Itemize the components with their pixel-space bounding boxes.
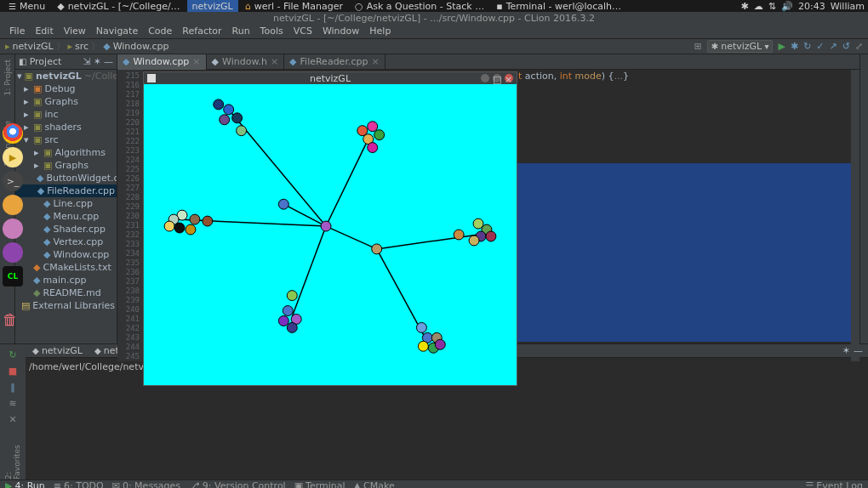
tree-node[interactable]: ◆Line.cpp [15, 197, 117, 210]
tree-node[interactable]: ◆Window.cpp [15, 248, 117, 261]
tool-terminal[interactable]: ▣Terminal [294, 480, 345, 488]
tree-node[interactable]: ◆Shader.cpp [15, 223, 117, 235]
close-icon[interactable]: × [505, 74, 513, 82]
settings-icon[interactable]: ✶ [94, 56, 101, 67]
tree-node[interactable]: ▸▣Graphs [15, 159, 117, 172]
dump-icon[interactable]: ≋ [9, 398, 16, 409]
tree-node[interactable]: ◆Vertex.cpp [15, 235, 117, 248]
task-netvizgl[interactable]: netvizGL [187, 0, 238, 12]
rerun-icon[interactable]: ↻ [9, 349, 16, 360]
editor-tabs: ◆Window.cpp× ◆Window.h× ◆FileReader.cpp× [117, 54, 859, 70]
run-tab-0[interactable]: ◆ netvizGL [29, 345, 86, 356]
tab-window-cpp[interactable]: ◆Window.cpp× [117, 54, 207, 70]
tree-node[interactable]: ◆ButtonWidget.cpp [15, 172, 117, 184]
dock-apps-icon[interactable] [3, 218, 23, 239]
tree-node[interactable]: ▸▣Graphs [15, 95, 117, 108]
strip-favorites[interactable]: 2: Favorites [4, 435, 21, 479]
search-icon[interactable]: ⤢ [855, 41, 863, 52]
menu-code[interactable]: Code [144, 26, 176, 37]
close-icon[interactable]: × [371, 56, 379, 67]
crumb-src[interactable]: src [75, 41, 89, 52]
menu-file[interactable]: File [5, 26, 29, 37]
dock-files-icon[interactable] [3, 195, 23, 215]
tree-node[interactable]: ◆README.md [15, 287, 117, 299]
tool-eventlog[interactable]: ☰Event Log [805, 480, 863, 488]
task-label: netvizGL - [~/College/… [68, 1, 180, 12]
netvizgl-canvas[interactable] [144, 84, 517, 385]
tree-node[interactable]: ▸▣Debug [15, 82, 117, 95]
netvizgl-titlebar[interactable]: netvizGL _ □ × [144, 72, 517, 84]
hide-icon[interactable]: — [854, 345, 863, 356]
tree-node[interactable]: ◆CMakeLists.txt [15, 261, 117, 274]
collapse-icon[interactable]: ⇲ [83, 56, 91, 67]
tree-node[interactable]: ▸▣Algorithms [15, 146, 117, 159]
tree-node[interactable]: ▾▣src [15, 133, 117, 146]
push-icon[interactable]: ↗ [830, 41, 837, 52]
debug-icon[interactable]: ✱ [791, 41, 798, 52]
nav-structure-icon[interactable]: ⊞ [694, 41, 701, 52]
tree-node[interactable]: ◆Menu.cpp [15, 210, 117, 223]
os-menu-button[interactable]: ☰ Menu [3, 0, 50, 12]
minimize-icon[interactable]: _ [481, 74, 489, 82]
dock-trash-icon[interactable]: 🗑 [3, 310, 23, 331]
tool-cmake[interactable]: ▲CMake [354, 480, 395, 488]
task-clion[interactable]: ◆netvizGL - [~/College/… [52, 0, 185, 12]
hide-icon[interactable]: — [104, 56, 113, 67]
editor-scrollbar[interactable] [851, 70, 859, 361]
close-icon[interactable]: × [192, 56, 200, 67]
pause-icon[interactable]: ‖ [10, 382, 15, 393]
menu-run[interactable]: Run [228, 26, 254, 37]
netvizgl-window[interactable]: netvizGL _ □ × [143, 71, 517, 386]
tab-filereader-cpp[interactable]: ◆FileReader.cpp× [284, 54, 385, 70]
dock-ff-icon[interactable] [3, 242, 23, 263]
history-icon[interactable]: ↺ [842, 41, 850, 52]
tab-window-h[interactable]: ◆Window.h× [207, 54, 285, 70]
dock-terminal-icon[interactable]: >_ [3, 171, 23, 191]
svg-point-19 [374, 130, 385, 140]
maximize-icon[interactable]: □ [493, 74, 501, 82]
close-icon[interactable]: × [271, 56, 278, 67]
tree-node[interactable]: ▤External Libraries [15, 299, 117, 312]
menu-window[interactable]: Window [318, 26, 363, 37]
tree-node[interactable]: ◆FileReader.cpp [15, 184, 117, 197]
tree-node[interactable]: ◆main.cpp [15, 274, 117, 287]
terminal-icon: ▪ [496, 1, 502, 12]
task-filemanager[interactable]: ⌂ werl - File Manager [240, 0, 348, 12]
clock[interactable]: 20:43 [798, 1, 825, 12]
dock-chrome-icon[interactable] [3, 123, 23, 144]
dock-play-icon[interactable]: ▶ [3, 147, 23, 167]
tree-node[interactable]: ▸▣shaders [15, 121, 117, 133]
tool-run[interactable]: ▶4: Run [5, 480, 45, 488]
tool-messages[interactable]: ✉0: Messages [112, 480, 180, 488]
dock-clion-icon[interactable]: CL [3, 266, 23, 287]
menu-edit[interactable]: Edit [31, 26, 57, 37]
bluetooth-icon[interactable]: ✱ [741, 1, 749, 12]
menu-vcs[interactable]: VCS [289, 26, 317, 37]
tree-node[interactable]: ▸▣inc [15, 108, 117, 121]
crumb-file[interactable]: Window.cpp [113, 41, 169, 52]
update-icon[interactable]: ↻ [803, 41, 811, 52]
volume-icon[interactable]: 🔊 [781, 1, 793, 12]
menu-tools[interactable]: Tools [256, 26, 288, 37]
menu-refactor[interactable]: Refactor [178, 26, 226, 37]
tool-todo[interactable]: ≡6: TODO [54, 480, 104, 488]
project-tree[interactable]: ▾▣netvizGL ~/College/netvizGL ▸▣Debug▸▣G… [15, 70, 117, 343]
gear-icon[interactable]: ✶ [842, 345, 850, 356]
menu-view[interactable]: View [60, 26, 90, 37]
task-browser[interactable]: ○ Ask a Question - Stack … [350, 0, 489, 12]
cpp-icon: ◆ [103, 41, 110, 52]
menu-help[interactable]: Help [365, 26, 395, 37]
tool-vcs[interactable]: ⎇9: Version Control [189, 480, 286, 488]
run-toolbar: ↻ ■ ‖ ≋ ✕ 2: Favorites [0, 344, 26, 479]
network-icon[interactable]: ⇅ [768, 1, 776, 12]
cloud-icon[interactable]: ☁ [754, 1, 763, 12]
clear-icon[interactable]: ✕ [9, 414, 16, 425]
run-icon[interactable]: ▶ [778, 41, 785, 52]
stop-icon[interactable]: ■ [9, 366, 17, 377]
user-label[interactable]: William [831, 1, 865, 12]
tree-root[interactable]: ▾▣netvizGL ~/College/netvizGL [15, 70, 117, 82]
task-terminal[interactable]: ▪ Terminal - werl@localh… [491, 0, 626, 12]
run-config-dropdown[interactable]: ✱ netvizGL ▾ [707, 40, 774, 53]
menu-navigate[interactable]: Navigate [92, 26, 142, 37]
commit-icon[interactable]: ✓ [816, 41, 824, 52]
